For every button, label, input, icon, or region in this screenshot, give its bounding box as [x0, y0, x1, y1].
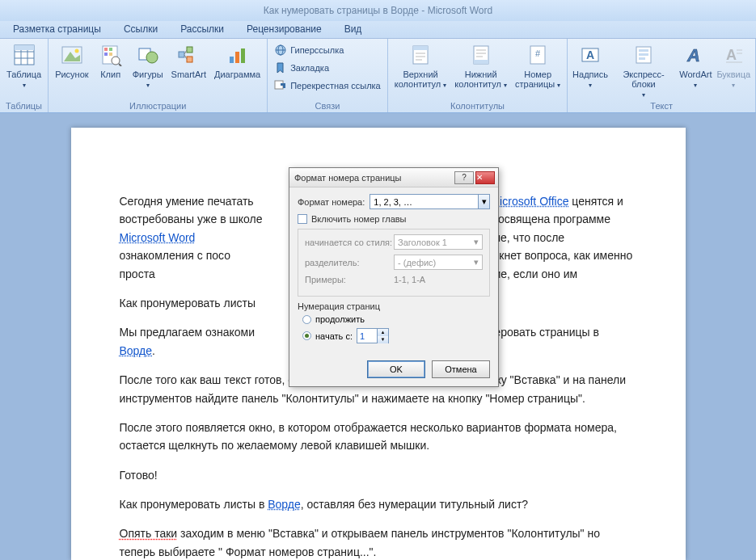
- page-number-button[interactable]: # Номер страницы ▾: [512, 40, 564, 91]
- starts-style-label: начинается со стиля:: [305, 238, 394, 247]
- quickparts-button[interactable]: Экспресс-блоки▾: [611, 40, 677, 100]
- svg-point-8: [74, 49, 78, 53]
- separator-value: - (дефис): [398, 258, 436, 267]
- spin-down-icon[interactable]: ▼: [378, 336, 388, 343]
- header-label: Верхний колонтитул ▾: [395, 69, 447, 91]
- start-from-spinner[interactable]: ▲▼: [357, 328, 389, 343]
- group-text: A Надпись▾ Экспресс-блоки▾ A WordArt▾ A …: [568, 39, 756, 112]
- table-icon: [11, 42, 37, 68]
- svg-rect-25: [241, 48, 245, 63]
- separator-combo: - (дефис)▾: [394, 255, 483, 270]
- chevron-down-icon: ▾: [732, 82, 735, 89]
- starts-style-value: Заголовок 1: [398, 238, 447, 247]
- group-tables-title: Таблицы: [3, 100, 44, 112]
- hyperlink-label: Гиперссылка: [290, 45, 344, 55]
- include-chapter-checkbox[interactable]: Включить номер главы: [298, 214, 490, 224]
- ok-button[interactable]: OK: [367, 360, 425, 378]
- group-header-footer: Верхний колонтитул ▾ Нижний колонтитул ▾…: [388, 39, 568, 112]
- doc-link[interactable]: Microsoft Word: [120, 231, 196, 244]
- chevron-down-icon: ▾: [478, 195, 489, 208]
- chevron-down-icon: ▾: [589, 82, 592, 89]
- title-bar: Как нумеровать страницы в Ворде - Micros…: [0, 0, 756, 21]
- bookmark-button[interactable]: Закладка: [271, 60, 384, 76]
- chevron-down-icon: ▾: [146, 82, 150, 89]
- svg-rect-24: [235, 52, 239, 63]
- examples-value: 1-1, 1-A: [394, 275, 425, 284]
- start-from-label: начать с:: [315, 331, 353, 341]
- footer-label: Нижний колонтитул ▾: [454, 69, 507, 91]
- textbox-label: Надпись: [572, 69, 608, 79]
- spin-up-icon[interactable]: ▲: [378, 329, 388, 336]
- doc-link[interactable]: Ворде: [268, 498, 301, 511]
- start-from-radio[interactable]: начать с: ▲▼: [302, 328, 490, 343]
- bookmark-icon: [274, 61, 287, 74]
- header-button[interactable]: Верхний колонтитул ▾: [391, 40, 450, 91]
- format-combo[interactable]: 1, 2, 3, … ▾: [370, 194, 490, 209]
- tab-page-layout[interactable]: Разметка страницы: [2, 21, 112, 38]
- doc-text: заходим в меню "Вставка" и открываем пан…: [120, 527, 601, 558]
- svg-rect-5: [15, 45, 34, 50]
- smartart-label: SmartArt: [171, 69, 206, 79]
- starts-style-combo: Заголовок 1▾: [394, 234, 483, 250]
- shapes-button[interactable]: Фигуры▾: [129, 40, 167, 91]
- chart-button[interactable]: Диаграмма: [211, 40, 264, 79]
- crossref-label: Перекрестная ссылка: [290, 81, 381, 91]
- svg-point-14: [112, 57, 120, 65]
- table-label: Таблица: [6, 69, 41, 79]
- tab-view[interactable]: Вид: [333, 21, 374, 38]
- tab-mailings[interactable]: Рассылки: [169, 21, 235, 38]
- svg-rect-13: [109, 53, 112, 56]
- start-from-input[interactable]: [357, 331, 377, 341]
- table-button[interactable]: Таблица▾: [3, 40, 44, 91]
- svg-rect-20: [187, 57, 192, 62]
- chart-icon: [225, 42, 251, 68]
- picture-button[interactable]: Рисунок: [52, 40, 92, 79]
- smartart-button[interactable]: SmartArt: [168, 40, 209, 79]
- group-links-title: Связи: [271, 100, 384, 112]
- dialog-titlebar[interactable]: Формат номера страницы ? ✕: [289, 168, 498, 187]
- hyperlink-icon: [274, 44, 287, 57]
- shapes-icon: [135, 42, 161, 68]
- chapter-fieldset: начинается со стиля: Заголовок 1▾ раздел…: [298, 229, 490, 297]
- window-title: Как нумеровать страницы в Ворде - Micros…: [264, 5, 492, 16]
- tab-review[interactable]: Рецензирование: [235, 21, 333, 38]
- cancel-button[interactable]: Отмена: [432, 360, 490, 378]
- svg-text:A: A: [726, 47, 737, 63]
- chevron-down-icon: ▾: [474, 237, 479, 247]
- doc-link[interactable]: Ворде: [120, 344, 153, 357]
- ribbon-tabs: Разметка страницы Ссылки Рассылки Реценз…: [0, 21, 756, 39]
- svg-rect-31: [413, 46, 428, 50]
- wordart-label: WordArt: [679, 69, 712, 79]
- dropcap-button[interactable]: A Буквица▾: [715, 40, 752, 91]
- dropcap-icon: A: [720, 42, 746, 68]
- doc-text-spellerror: Опять таки: [120, 527, 178, 540]
- clip-button[interactable]: Клип: [94, 40, 128, 79]
- chevron-down-icon: ▾: [474, 257, 479, 267]
- chevron-down-icon: ▾: [557, 82, 560, 89]
- doc-text: .: [152, 344, 155, 357]
- footer-button[interactable]: Нижний колонтитул ▾: [451, 40, 510, 91]
- doc-link[interactable]: Microsoft Office: [490, 195, 568, 208]
- textbox-button[interactable]: A Надпись▾: [571, 40, 609, 91]
- svg-line-15: [119, 64, 121, 66]
- format-value: 1, 2, 3, …: [374, 197, 412, 207]
- wordart-button[interactable]: A WordArt▾: [678, 40, 713, 91]
- close-button[interactable]: ✕: [475, 171, 495, 184]
- svg-rect-18: [179, 52, 184, 57]
- chevron-down-icon: ▾: [694, 82, 697, 89]
- tab-references[interactable]: Ссылки: [112, 21, 169, 38]
- chevron-down-icon: ▾: [504, 82, 507, 89]
- doc-text: Мы предлагаем ознакоми: [120, 326, 256, 339]
- page-number-icon: #: [525, 42, 551, 68]
- doc-text: Сегодня умение печатать: [120, 195, 254, 208]
- crossref-button[interactable]: Перекрестная ссылка: [271, 78, 384, 94]
- radio-icon: [302, 315, 311, 324]
- chevron-down-icon: ▾: [443, 82, 446, 89]
- svg-rect-23: [230, 57, 234, 63]
- help-button[interactable]: ?: [454, 171, 474, 184]
- checkbox-icon: [298, 214, 307, 224]
- quickparts-icon: [631, 42, 657, 68]
- footer-icon: [468, 42, 494, 68]
- continue-radio[interactable]: продолжить: [302, 314, 490, 324]
- hyperlink-button[interactable]: Гиперссылка: [271, 42, 384, 58]
